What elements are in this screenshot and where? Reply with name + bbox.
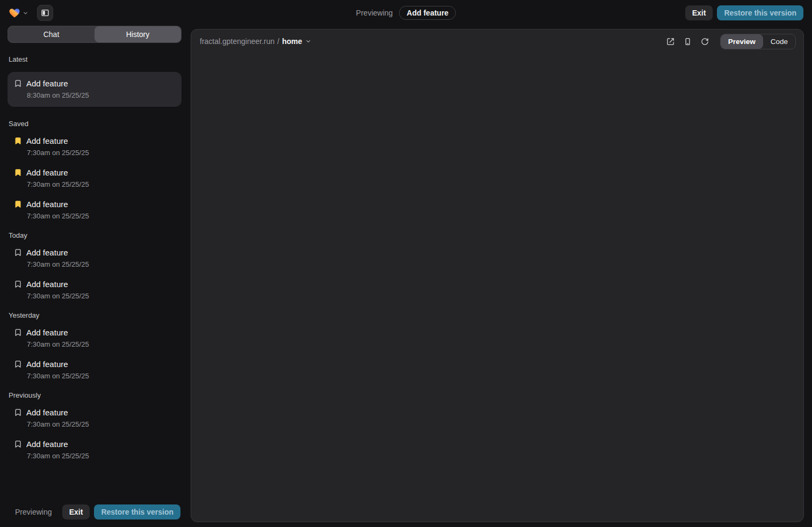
- history-item-timestamp: 8:30am on 25/25/25: [27, 91, 182, 99]
- toggle-code[interactable]: Code: [763, 34, 795, 49]
- view-toggle: Preview Code: [720, 34, 796, 49]
- history-section-title: Today: [9, 231, 182, 239]
- mobile-preview-button[interactable]: [680, 34, 695, 49]
- toggle-preview[interactable]: Preview: [721, 34, 763, 49]
- footer-previewing-label: Previewing: [15, 508, 52, 516]
- history-item-title: Add feature: [26, 440, 68, 449]
- history-item-title: Add feature: [26, 200, 68, 209]
- history-item-title: Add feature: [26, 79, 68, 88]
- history-item-timestamp: 7:30am on 25/25/25: [27, 149, 182, 157]
- preview-panel: fractal.gptengineer.run / home: [191, 29, 804, 522]
- breadcrumb-separator: /: [277, 37, 279, 46]
- history-section: YesterdayAdd feature7:30am on 25/25/25Ad…: [8, 311, 182, 380]
- history-item[interactable]: Add feature7:30am on 25/25/25: [8, 248, 182, 268]
- footer-restore-version-button[interactable]: Restore this version: [94, 504, 180, 519]
- history-section: TodayAdd feature7:30am on 25/25/25Add fe…: [8, 231, 182, 300]
- history-section: PreviouslyAdd feature7:30am on 25/25/25A…: [8, 391, 182, 460]
- preview-url-breadcrumb[interactable]: fractal.gptengineer.run / home: [200, 37, 311, 46]
- history-item[interactable]: Add feature7:30am on 25/25/25: [8, 136, 182, 157]
- history-item[interactable]: Add feature7:30am on 25/25/25: [8, 360, 182, 380]
- history-item-title: Add feature: [26, 168, 68, 177]
- bookmark-outline-icon[interactable]: [14, 328, 22, 336]
- version-badge: Add feature: [399, 6, 456, 20]
- preview-viewport: [191, 53, 803, 522]
- history-item[interactable]: Add feature7:30am on 25/25/25: [8, 168, 182, 188]
- sidebar-tabs: Chat History: [8, 26, 182, 43]
- history-item-title: Add feature: [26, 136, 68, 145]
- breadcrumb-domain: fractal.gptengineer.run: [200, 37, 274, 46]
- refresh-icon: [701, 38, 709, 46]
- bookmark-outline-icon[interactable]: [14, 440, 22, 448]
- chevron-down-icon: [23, 10, 28, 16]
- preview-header: fractal.gptengineer.run / home: [191, 30, 803, 53]
- history-item-timestamp: 7:30am on 25/25/25: [27, 452, 182, 460]
- previewing-status-label: Previewing: [356, 9, 393, 17]
- bookmark-filled-icon[interactable]: [14, 169, 22, 177]
- history-item[interactable]: Add feature7:30am on 25/25/25: [8, 200, 182, 220]
- bookmark-filled-icon[interactable]: [14, 137, 22, 145]
- refresh-button[interactable]: [698, 34, 713, 49]
- bookmark-outline-icon[interactable]: [14, 248, 22, 257]
- history-item-timestamp: 7:30am on 25/25/25: [27, 212, 182, 220]
- history-item-title: Add feature: [26, 280, 68, 289]
- history-item-timestamp: 7:30am on 25/25/25: [27, 340, 182, 348]
- topbar: Previewing Add feature Exit Restore this…: [0, 0, 812, 26]
- history-section-title: Saved: [9, 120, 182, 128]
- exit-button[interactable]: Exit: [685, 5, 713, 20]
- panel-left-icon: [41, 9, 49, 17]
- tab-chat[interactable]: Chat: [8, 26, 95, 42]
- history-item-timestamp: 7:30am on 25/25/25: [27, 180, 182, 188]
- history-section: LatestAdd feature8:30am on 25/25/25: [8, 55, 182, 107]
- bookmark-outline-icon[interactable]: [14, 408, 22, 416]
- history-item-title: Add feature: [26, 248, 68, 257]
- workspace-logo-menu[interactable]: [9, 7, 28, 19]
- history-item[interactable]: Add feature7:30am on 25/25/25: [8, 440, 182, 460]
- history-item-title: Add feature: [26, 408, 68, 417]
- footer-exit-button[interactable]: Exit: [62, 504, 90, 519]
- sidebar-footer: Previewing Exit Restore this version: [8, 499, 182, 527]
- external-link-icon: [666, 38, 675, 46]
- bookmark-outline-icon[interactable]: [14, 280, 22, 288]
- history-list: LatestAdd feature8:30am on 25/25/25Saved…: [8, 55, 182, 499]
- tab-history[interactable]: History: [95, 26, 181, 42]
- history-section-title: Previously: [9, 391, 182, 399]
- lovable-heart-logo-icon: [9, 7, 20, 19]
- bookmark-outline-icon[interactable]: [14, 79, 22, 87]
- history-item-timestamp: 7:30am on 25/25/25: [27, 292, 182, 300]
- restore-version-button[interactable]: Restore this version: [717, 5, 803, 20]
- open-in-new-tab-button[interactable]: [663, 34, 678, 49]
- history-section: SavedAdd feature7:30am on 25/25/25Add fe…: [8, 120, 182, 220]
- history-section-title: Latest: [9, 55, 182, 63]
- history-item-timestamp: 7:30am on 25/25/25: [27, 372, 182, 380]
- sidebar-toggle-button[interactable]: [37, 5, 53, 21]
- history-item[interactable]: Add feature7:30am on 25/25/25: [8, 408, 182, 428]
- history-item-timestamp: 7:30am on 25/25/25: [27, 260, 182, 268]
- breadcrumb-page: home: [282, 37, 302, 46]
- history-item[interactable]: Add feature7:30am on 25/25/25: [8, 328, 182, 348]
- history-item-timestamp: 7:30am on 25/25/25: [27, 420, 182, 428]
- history-sidebar: Chat History LatestAdd feature8:30am on …: [0, 26, 189, 527]
- history-item[interactable]: Add feature8:30am on 25/25/25: [8, 72, 182, 107]
- history-item-title: Add feature: [26, 328, 68, 337]
- chevron-down-icon: [305, 38, 311, 45]
- history-item-title: Add feature: [26, 360, 68, 369]
- bookmark-outline-icon[interactable]: [14, 360, 22, 368]
- bookmark-filled-icon[interactable]: [14, 200, 22, 208]
- mobile-preview-icon: [684, 38, 692, 46]
- history-section-title: Yesterday: [9, 311, 182, 319]
- history-item[interactable]: Add feature7:30am on 25/25/25: [8, 280, 182, 300]
